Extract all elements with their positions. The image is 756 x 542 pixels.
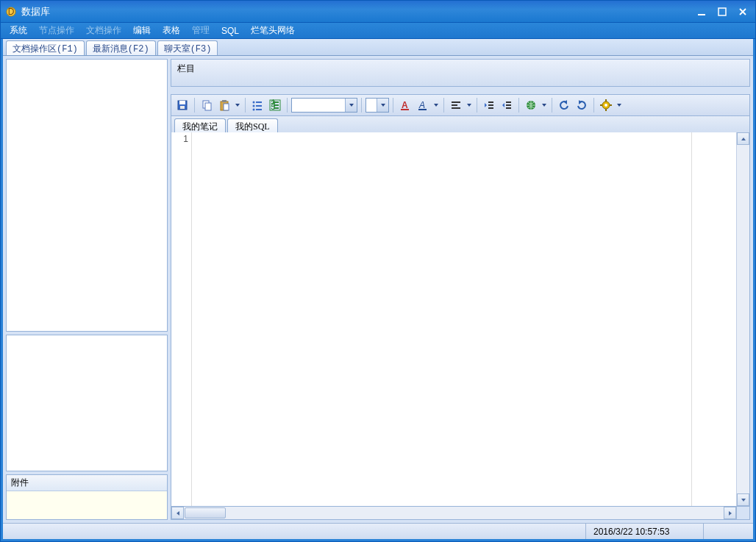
menu-node-ops: 节点操作 [35,23,79,38]
outdent-button[interactable] [481,97,497,113]
paste-dropdown[interactable] [234,104,241,107]
numbering-button[interactable]: 123 [267,97,283,113]
tree-panel[interactable] [6,59,168,332]
svg-text:A: A [402,100,408,110]
left-sidebar: 附件 [3,56,171,523]
settings-button[interactable] [598,97,614,113]
svg-rect-13 [256,101,262,103]
svg-rect-29 [452,101,460,103]
svg-rect-11 [224,104,229,110]
highlight-icon: A [417,99,429,111]
attachments-body[interactable] [7,491,167,519]
svg-rect-30 [452,104,457,106]
separator [593,98,594,113]
main-row: 附件 栏目 [3,56,753,523]
workspace: 文档操作区(F1) 最新消息(F2) 聊天室(F3) 附件 栏目 [1,39,755,541]
titlebar: D 数据库 [1,1,755,23]
line-number: 1 [174,134,188,144]
svg-rect-15 [256,105,262,107]
highlight-button[interactable]: A [415,97,431,113]
tab-document-area[interactable]: 文档操作区(F1) [6,40,85,55]
tab-latest-news[interactable]: 最新消息(F2) [86,40,156,55]
link-button[interactable] [523,97,539,113]
scroll-up-icon[interactable] [737,132,749,145]
undo-icon [558,99,570,111]
horizontal-scrollbar[interactable] [171,507,750,520]
outdent-icon [483,99,495,111]
undo-button[interactable] [556,97,572,113]
svg-rect-3 [718,8,726,15]
svg-rect-10 [222,100,227,102]
svg-rect-35 [506,101,511,103]
scroll-left-icon[interactable] [171,507,184,519]
separator [245,98,246,113]
paste-button[interactable] [216,97,232,113]
menu-system[interactable]: 系统 [5,23,32,38]
app-window: D 数据库 系统 节点操作 文档操作 编辑 表格 管理 SQL 烂笔头网络 文档… [0,0,756,542]
menu-network[interactable]: 烂笔头网络 [246,23,299,38]
link-dropdown[interactable] [541,104,548,107]
text-editor[interactable] [192,132,736,506]
copy-button[interactable] [199,97,215,113]
indent-icon [501,99,513,111]
separator [194,98,195,113]
preview-panel[interactable] [6,335,168,471]
redo-button[interactable] [574,97,590,113]
globe-icon [525,99,537,111]
menu-sql[interactable]: SQL [217,24,243,38]
maximize-button[interactable] [714,5,730,18]
vertical-scrollbar[interactable] [736,132,749,506]
gear-icon [600,99,612,111]
svg-rect-36 [506,104,511,106]
vscroll-track[interactable] [737,145,749,493]
size-combo[interactable] [365,98,389,113]
copy-icon [201,99,213,111]
menu-edit[interactable]: 编辑 [129,23,155,38]
numbering-icon: 123 [269,99,281,111]
font-color-icon: A [399,99,411,111]
close-button[interactable] [735,5,751,18]
minimize-button[interactable] [693,5,710,18]
save-icon [176,99,188,111]
save-button[interactable] [174,97,190,113]
statusbar: 2016/3/22 10:57:53 [3,523,753,539]
svg-point-14 [253,105,255,107]
menu-table[interactable]: 表格 [158,23,185,38]
window-controls [693,5,751,18]
settings-dropdown[interactable] [616,104,623,107]
status-datetime: 2016/3/22 10:57:53 [585,524,703,539]
editor-area: 1 [171,132,750,507]
workspace-tabs: 文档操作区(F1) 最新消息(F2) 聊天室(F3) [3,39,753,56]
indent-button[interactable] [499,97,515,113]
align-button[interactable] [448,97,464,113]
svg-point-16 [253,109,255,111]
attachments-header: 附件 [7,475,167,491]
svg-rect-6 [180,106,185,109]
separator [287,98,288,113]
scroll-down-icon[interactable] [737,493,749,506]
bullets-button[interactable] [249,97,265,113]
font-color-button[interactable]: A [397,97,413,113]
separator [443,98,444,113]
separator [518,98,519,113]
tab-my-sql[interactable]: 我的SQL [227,118,278,132]
highlight-dropdown[interactable] [432,104,440,107]
tab-chatroom[interactable]: 聊天室(F3) [157,40,218,55]
svg-rect-5 [179,101,185,104]
style-combo[interactable] [291,98,357,113]
scroll-corner [736,507,749,519]
hscroll-thumb[interactable] [185,507,226,518]
svg-text:A: A [418,100,425,110]
align-dropdown[interactable] [466,104,473,107]
scroll-right-icon[interactable] [724,507,736,519]
hscroll-track[interactable] [227,507,724,519]
tab-my-notes[interactable]: 我的笔记 [174,118,226,132]
document-tabs: 我的笔记 我的SQL [171,116,750,132]
svg-text:D: D [8,7,15,17]
svg-rect-33 [488,104,493,106]
svg-rect-28 [418,109,427,110]
window-title: 数据库 [21,5,693,18]
paste-icon [218,99,230,111]
column-header: 栏目 [171,59,750,87]
separator [552,98,552,113]
